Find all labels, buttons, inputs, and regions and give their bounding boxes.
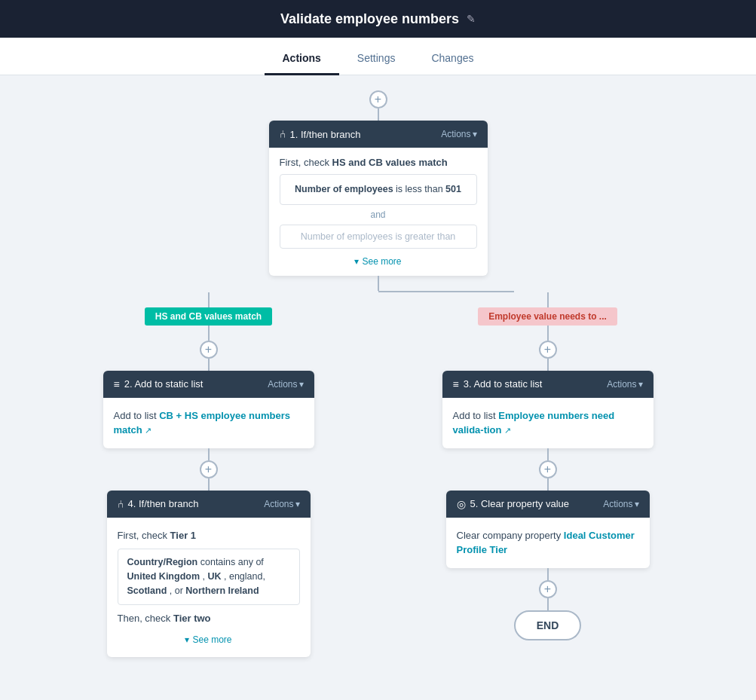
branch-labels-row: HS and CB values match + ≡ 2. Add to sta… [130,292,627,657]
node4-body: First, check Tier 1 Country/Region conta… [107,518,311,657]
edit-icon[interactable]: ✎ [467,13,476,25]
left-vline-top [311,276,446,292]
node2-actions-button[interactable]: Actions ▾ [268,379,303,390]
left-branch [311,276,446,292]
node3-header-left: ≡ 3. Add to static list [453,378,543,390]
right-add-button3[interactable]: + [539,580,557,598]
vline-right2 [547,326,549,341]
node4-condition: Country/Region contains any of United Ki… [118,549,300,604]
node4-card: ⑃ 4. If/then branch Actions ▾ First, che… [107,491,311,657]
node1-and: and [280,209,477,220]
node4-actions-button[interactable]: Actions ▾ [264,499,299,509]
node4-header: ⑃ 4. If/then branch Actions ▾ [107,491,311,518]
tab-settings[interactable]: Settings [339,43,414,75]
node1-header-left: ⑃ 1. If/then branch [280,128,361,140]
node4-step-label: 4. If/then branch [128,498,199,509]
condition1-bold: Number of employees [295,184,393,194]
right-add-button2[interactable]: + [539,460,557,478]
condition1-value: 501 [445,184,461,194]
node5-step-label: 5. Clear property value [470,498,570,509]
branch-icon-4: ⑃ [118,498,124,510]
node5-card: ◎ 5. Clear property value Actions ▾ Clea… [446,491,650,568]
tab-actions[interactable]: Actions [265,43,339,75]
node5-actions-button[interactable]: Actions ▾ [603,499,638,509]
vline-right7 [547,598,549,610]
left-add-button2[interactable]: + [200,460,218,478]
top-add-button[interactable]: + [369,90,387,109]
tab-changes[interactable]: Changes [413,43,491,75]
left-add-button[interactable]: + [200,341,218,359]
vline-left4 [208,448,210,460]
node2-step-label: 2. Add to static list [124,378,204,390]
node2-header-left: ≡ 2. Add to static list [114,378,204,390]
node1-check-text: First, check HS and CB values match [280,157,477,168]
branch-label-left: HS and CB values match [145,307,272,326]
node1-see-more[interactable]: ▾ See more [280,256,477,267]
node1-condition2: Number of employees is greater than [280,225,477,249]
list-icon-3: ≡ [453,378,459,390]
left-col: HS and CB values match + ≡ 2. Add to sta… [103,292,314,657]
node2-header: ≡ 2. Add to static list Actions ▾ [103,371,314,398]
node1-body: First, check HS and CB values match Numb… [269,148,488,276]
vline-left5 [208,478,210,491]
node3-actions-button[interactable]: Actions ▾ [607,379,642,390]
node1-header: ⑃ 1. If/then branch Actions ▾ [269,121,488,148]
condition1-text: is less than [396,184,445,194]
node2-card: ≡ 2. Add to static list Actions ▾ Add to… [103,371,314,448]
vline-left2 [208,326,210,341]
node1-card: ⑃ 1. If/then branch Actions ▾ First, che… [269,121,488,276]
branch-split: HS and CB values match + ≡ 2. Add to sta… [15,276,741,657]
branch-label-right: Employee value needs to ... [478,307,617,326]
list-icon-2: ≡ [114,378,120,390]
nav-tabs: Actions Settings Changes [0,38,756,75]
node3-card: ≡ 3. Add to static list Actions ▾ Add to… [442,371,653,448]
vline-right5 [547,478,549,491]
vline-top [378,109,379,121]
top-bar: Validate employee numbers ✎ [0,0,756,38]
node5-header: ◎ 5. Clear property value Actions ▾ [446,491,650,518]
vline-right1 [547,292,549,307]
branch-icon: ⑃ [280,128,286,140]
node4-then: Then, check Tier two [118,611,300,626]
vline-left3 [208,359,210,371]
right-branch-flow: Employee value needs to ... + ≡ 3. Add t… [442,292,653,640]
node2-body: Add to list CB + HS employee numbers mat… [103,398,314,448]
clear-icon-5: ◎ [457,498,466,510]
node5-body: Clear company property Ideal Customer Pr… [446,518,650,568]
node1-condition1: Number of employees is less than 501 [280,174,477,205]
page-title: Validate employee numbers [280,11,459,27]
node1-actions-button[interactable]: Actions ▾ [441,129,476,139]
node4-check-bold: Tier 1 [170,530,196,541]
vline-right4 [547,448,549,460]
vline-right3 [547,359,549,371]
canvas: + ⑃ 1. If/then branch Actions ▾ First, c… [0,75,756,700]
vline-left-top [378,276,379,291]
node3-step-label: 3. Add to static list [464,378,543,390]
left-branch-flow: HS and CB values match + ≡ 2. Add to sta… [103,292,314,657]
right-add-button[interactable]: + [539,341,557,359]
node1-check-bold: HS and CB values match [332,157,448,168]
node4-check: First, check Tier 1 [118,528,300,543]
end-node[interactable]: END [514,610,582,640]
vline-right6 [547,568,549,580]
node2-ext-link-icon: ↗ [145,426,152,435]
node3-ext-link-icon: ↗ [504,426,511,435]
right-col: Employee value needs to ... + ≡ 3. Add t… [442,292,653,657]
node4-see-more[interactable]: ▾ See more [118,633,300,647]
node3-header: ≡ 3. Add to static list Actions ▾ [442,371,653,398]
node3-body: Add to list Employee numbers need valida… [442,398,653,448]
node1-step-label: 1. If/then branch [290,129,361,140]
branch-lines [130,276,627,292]
node4-header-left: ⑃ 4. If/then branch [118,498,199,510]
node5-header-left: ◎ 5. Clear property value [457,498,570,510]
node4-then-bold: Tier two [173,613,211,624]
